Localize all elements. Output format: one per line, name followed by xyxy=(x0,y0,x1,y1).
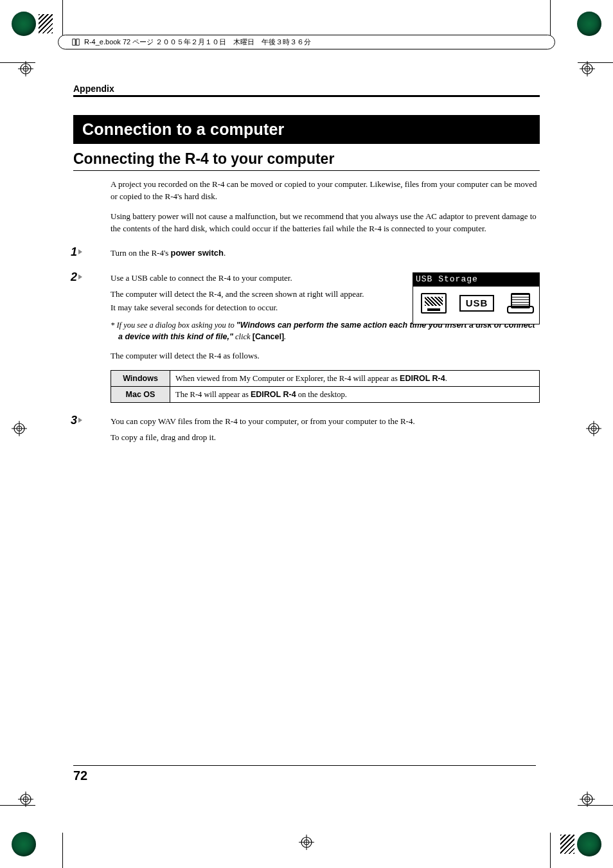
registration-mark-icon xyxy=(18,61,33,76)
usb-storage-figure: USB Storage USB xyxy=(413,272,540,324)
crop-mark xyxy=(550,833,551,868)
detect-intro: The computer will detect the R-4 as foll… xyxy=(111,350,540,362)
registration-color-dot xyxy=(12,832,36,856)
step-text: To copy a file, drag and drop it. xyxy=(111,432,540,444)
step-text: The computer will detect the R-4, and th… xyxy=(111,288,368,301)
os-detection-table: Windows When viewed from My Computer or … xyxy=(111,370,540,403)
desc-cell: When viewed from My Computer or Explorer… xyxy=(170,370,540,386)
registration-mark-icon xyxy=(12,421,27,436)
section-title: Connection to a computer xyxy=(73,115,540,144)
usb-label: USB xyxy=(459,295,495,312)
crop-mark xyxy=(62,0,63,35)
intro-paragraph: Using battery power will not cause a mal… xyxy=(111,211,540,235)
registration-mark-icon xyxy=(580,792,595,807)
crop-mark xyxy=(62,833,63,868)
recorder-device-icon xyxy=(421,293,447,314)
registration-mark-icon xyxy=(586,421,601,436)
table-row: Windows When viewed from My Computer or … xyxy=(111,370,540,386)
step-number: 1 xyxy=(71,244,82,260)
registration-mark-icon xyxy=(580,61,595,76)
section-subtitle: Connecting the R-4 to your computer xyxy=(73,150,540,171)
step-1: 1 Turn on the R-4's power switch. xyxy=(111,247,540,260)
step-3: 3 You can copy WAV files from the R-4 to… xyxy=(111,416,540,444)
frame-header-text: R-4_e.book 72 ページ ２００５年２月１０日 木曜日 午後３時３６分 xyxy=(84,37,311,47)
registration-mark-icon xyxy=(299,835,314,850)
desc-cell: The R-4 will appear as EDIROL R-4 on the… xyxy=(170,386,540,402)
hatch-mark-icon xyxy=(39,14,53,33)
hatch-mark-icon xyxy=(560,835,574,854)
intro-paragraph: A project you recorded on the R-4 can be… xyxy=(111,179,540,203)
computer-icon xyxy=(507,293,531,314)
step-text: It may take several seconds for detectio… xyxy=(111,302,368,314)
usb-figure-title: USB Storage xyxy=(413,273,539,287)
crop-mark xyxy=(550,0,551,35)
registration-color-dot xyxy=(12,12,36,36)
frame-header-bar: R-4_e.book 72 ページ ２００５年２月１０日 木曜日 午後３時３６分 xyxy=(58,35,555,49)
cancel-button-label: [Cancel] xyxy=(253,332,284,341)
table-row: Mac OS The R-4 will appear as EDIROL R-4… xyxy=(111,386,540,402)
os-cell: Windows xyxy=(111,370,170,386)
registration-color-dot xyxy=(577,12,601,36)
book-icon xyxy=(71,38,80,47)
step-text: Use a USB cable to connect the R-4 to yo… xyxy=(111,272,368,285)
registration-mark-icon xyxy=(18,792,33,807)
os-cell: Mac OS xyxy=(111,386,170,402)
step-number: 2 xyxy=(71,269,82,285)
step-text: You can copy WAV files from the R-4 to y… xyxy=(111,416,540,428)
step-number: 3 xyxy=(71,412,82,429)
page-number: 72 xyxy=(73,765,536,783)
running-header: Appendix xyxy=(73,84,540,97)
page-body: Appendix Connection to a computer Connec… xyxy=(73,84,540,452)
power-switch-label: power switch xyxy=(171,248,224,258)
registration-color-dot xyxy=(577,832,601,856)
step-text: Turn on the R-4's power switch. xyxy=(111,247,540,260)
step-2: 2 USB Storage USB Use a USB cable to con… xyxy=(111,272,540,403)
